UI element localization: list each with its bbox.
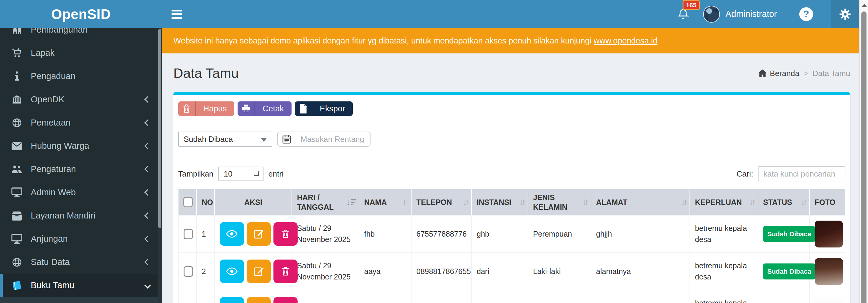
entries-label: entri bbox=[268, 169, 284, 178]
cell-telepon: 0898817867655 bbox=[411, 253, 471, 290]
status-filter[interactable]: Sudah Dibaca bbox=[178, 132, 272, 147]
main-content: Website ini hanya sebagai demo aplikasi … bbox=[162, 28, 859, 303]
settings-button[interactable] bbox=[831, 0, 859, 28]
edit-button[interactable] bbox=[247, 222, 271, 246]
sort-icon[interactable]: ↓↑ bbox=[582, 197, 587, 207]
breadcrumb-current: Data Tamu bbox=[812, 69, 850, 78]
sort-icon[interactable]: ↓↑ bbox=[801, 197, 806, 207]
chevron-left-icon bbox=[145, 259, 151, 265]
col-no: NO bbox=[196, 189, 215, 215]
sort-icon[interactable]: ↓↑ bbox=[749, 197, 754, 207]
guest-photo[interactable] bbox=[815, 258, 843, 285]
export-button[interactable]: Ekspor bbox=[295, 102, 353, 116]
cell-jenis-kelamin bbox=[528, 290, 591, 303]
view-button[interactable] bbox=[220, 297, 244, 303]
guest-photo[interactable] bbox=[815, 296, 843, 303]
col-hari-tanggal[interactable]: HARI / TANGGAL ↓ bbox=[292, 189, 359, 215]
edit-button[interactable] bbox=[247, 259, 271, 283]
status-filter-select[interactable]: Sudah Dibaca bbox=[178, 132, 272, 147]
cell-alamat: ghjjh bbox=[591, 215, 690, 253]
cell-keperluan: betremu kepala desa bbox=[690, 215, 758, 253]
sort-icon[interactable]: ↓↑ bbox=[463, 197, 468, 207]
page-size-select[interactable]: 10 bbox=[218, 167, 264, 181]
page-size[interactable]: 10 bbox=[218, 167, 264, 181]
row-checkbox[interactable] bbox=[184, 266, 193, 277]
app-logo[interactable]: OpenSID bbox=[0, 0, 162, 28]
col-status[interactable]: STATUS↓↑ bbox=[758, 189, 809, 215]
sidebar-subitem-data-tamu[interactable]: Data Tamu bbox=[0, 297, 162, 303]
user-avatar[interactable] bbox=[703, 6, 720, 23]
cell-nama bbox=[359, 290, 411, 303]
sidebar-toggle-icon[interactable] bbox=[172, 7, 186, 22]
notifications-button[interactable]: 165 bbox=[677, 7, 689, 21]
delete-row-button[interactable] bbox=[274, 222, 298, 246]
col-telepon[interactable]: TELEPON↓↑ bbox=[411, 189, 471, 215]
sidebar-item-pembangunan[interactable]: Pembangunan bbox=[0, 28, 162, 42]
delete-row-button[interactable] bbox=[274, 259, 298, 283]
sidebar-item-lapak[interactable]: Lapak bbox=[0, 42, 162, 64]
sidebar-item-pemetaan[interactable]: Pemetaan bbox=[0, 111, 162, 134]
desktop-icon bbox=[11, 187, 23, 198]
print-button[interactable]: Cetak bbox=[238, 102, 291, 116]
scrollbar-thumb[interactable] bbox=[861, 11, 867, 303]
cell-no: 1 bbox=[196, 215, 215, 253]
calendar-button[interactable] bbox=[278, 132, 297, 146]
file-icon bbox=[295, 102, 312, 116]
gear-icon bbox=[838, 7, 852, 21]
bank-icon bbox=[11, 94, 23, 105]
view-button[interactable] bbox=[220, 259, 244, 283]
guest-photo[interactable] bbox=[815, 221, 843, 247]
cell-instansi: dari bbox=[471, 253, 528, 290]
user-menu[interactable]: Administrator bbox=[725, 9, 777, 19]
chevron-down-icon bbox=[145, 282, 151, 288]
view-button[interactable] bbox=[220, 222, 244, 246]
sidebar-item-layanan-mandiri[interactable]: Layanan Mandiri bbox=[0, 204, 162, 227]
sidebar-item-pengaturan[interactable]: Pengaturan bbox=[0, 158, 162, 181]
info-icon bbox=[11, 71, 23, 81]
select-all-checkbox[interactable] bbox=[183, 197, 193, 207]
cell-alamat: alamatnya bbox=[591, 253, 690, 290]
cell-hari-tanggal: Sabtu / 29 November 2025 bbox=[292, 253, 359, 290]
search-label: Cari: bbox=[737, 169, 753, 178]
opendesa-link[interactable]: www.opendesa.id bbox=[594, 36, 657, 46]
sidebar-item-hubung-warga[interactable]: Hubung Warga bbox=[0, 134, 162, 158]
search-input[interactable] bbox=[758, 166, 845, 182]
date-range-input[interactable] bbox=[297, 132, 370, 146]
cell-hari-tanggal: Sabtu / 29 November 2025 bbox=[292, 215, 359, 253]
col-jenis-kelamin[interactable]: JENIS KELAMIN↓↑ bbox=[528, 189, 591, 215]
notification-count-badge: 165 bbox=[683, 0, 700, 10]
help-icon[interactable]: ? bbox=[799, 7, 813, 21]
col-nama[interactable]: NAMA↓↑ bbox=[359, 189, 411, 215]
breadcrumb: Beranda > Data Tamu bbox=[758, 69, 850, 78]
chevron-left-icon bbox=[145, 236, 151, 242]
sidebar-item-admin-web[interactable]: Admin Web bbox=[0, 181, 162, 204]
cell-hari-tanggal bbox=[292, 290, 359, 303]
delete-button[interactable]: Hapus bbox=[178, 102, 234, 116]
row-checkbox[interactable] bbox=[184, 229, 193, 239]
sort-icon[interactable]: ↓↑ bbox=[681, 197, 686, 207]
sidebar-item-buku-tamu[interactable]: Buku Tamu bbox=[0, 274, 162, 297]
cell-keperluan: betremu kepala desa bbox=[690, 253, 758, 290]
sidebar: Pembangunan Lapak Pengaduan Op bbox=[0, 28, 162, 303]
delete-row-button[interactable] bbox=[274, 297, 298, 303]
sort-icon[interactable]: ↓↑ bbox=[519, 197, 524, 207]
sidebar-scrollbar-thumb[interactable] bbox=[158, 29, 161, 228]
sidebar-item-pengaduan[interactable]: Pengaduan bbox=[0, 64, 162, 88]
desktop-icon bbox=[11, 234, 23, 244]
demo-banner: Website ini hanya sebagai demo aplikasi … bbox=[162, 28, 859, 53]
cell-telepon: 675577888776 bbox=[411, 215, 471, 253]
scroll-up-arrow[interactable] bbox=[862, 4, 867, 7]
sort-icon[interactable]: ↓↑ bbox=[402, 197, 407, 207]
sidebar-item-anjungan[interactable]: Anjungan bbox=[0, 227, 162, 250]
col-instansi[interactable]: INSTANSI↓↑ bbox=[471, 189, 528, 215]
edit-button[interactable] bbox=[247, 297, 271, 303]
sidebar-item-opendk[interactable]: OpenDK bbox=[0, 88, 162, 111]
printer-icon bbox=[238, 102, 255, 116]
cell-no: 2 bbox=[196, 253, 215, 290]
col-alamat[interactable]: ALAMAT↓↑ bbox=[591, 189, 690, 215]
table-header-row: NO AKSI HARI / TANGGAL ↓ NAMA↓↑ TELEPON↓… bbox=[179, 189, 845, 215]
col-keperluan[interactable]: KEPERLUAN↓↑ bbox=[690, 189, 758, 215]
breadcrumb-home[interactable]: Beranda bbox=[758, 69, 799, 78]
sidebar-item-satu-data[interactable]: Satu Data bbox=[0, 250, 162, 274]
sort-desc-icon[interactable]: ↓ bbox=[346, 197, 356, 207]
